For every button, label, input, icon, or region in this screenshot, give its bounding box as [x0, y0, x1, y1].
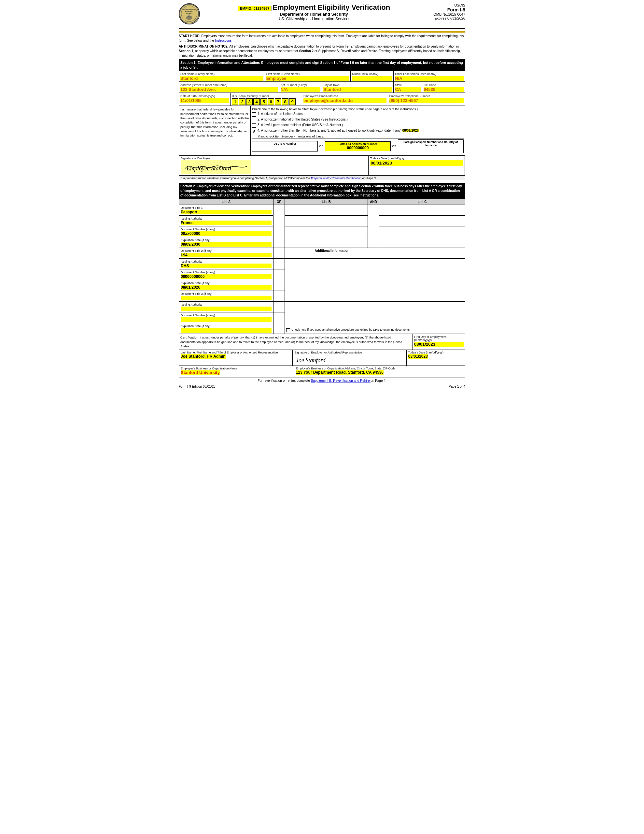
list-c-exp-cell: [379, 237, 465, 248]
uscis-label: USCIS: [423, 3, 465, 7]
city-cell: City or Town Stanford: [322, 82, 394, 93]
form-number: Form I-9: [423, 7, 465, 12]
last-name-cell: Last Name (Family Name) Stanford: [179, 71, 265, 82]
list-headers-table: List A OR List B AND List C Document Tit…: [179, 199, 465, 334]
header-right: USCIS Form I-9 OMB No.1615-0047 Expires …: [423, 3, 465, 20]
checkbox-1[interactable]: [252, 112, 256, 116]
list-c-doc2: [379, 248, 465, 259]
dob-cell: Date of Birth (mm/dd/yyyy) 11/01/1985: [179, 93, 231, 106]
employer-sig-row: Last Name, First Name and Title of Emplo…: [179, 349, 465, 365]
ssn-digit-6: 6: [268, 99, 274, 105]
doc1-exp-label: Expiration Date (if any): [181, 238, 211, 242]
checkbox-4-label: 4. A noncitizen (other than Item Numbers…: [258, 129, 419, 132]
and-spacer: [368, 205, 379, 248]
doc2-title-value: I-94: [181, 253, 271, 257]
doc1-number-cell: Document Number (if any) 00xx00000: [179, 226, 273, 237]
dob-row-table: Date of Birth (mm/dd/yyyy) 11/01/1985 U.…: [179, 93, 465, 106]
instructions-link[interactable]: Instructions.: [215, 39, 232, 42]
checkbox-2[interactable]: [252, 118, 256, 122]
doc1-issuing-value: France: [181, 221, 271, 225]
sig-date-value: 08/01/2023: [370, 160, 463, 166]
doc1-number-label: Document Number (if any): [181, 228, 215, 231]
doc2-issuing-label: Issuing Authority: [181, 260, 202, 263]
doc3-title-cell: Document Title 3 (if any): [179, 291, 273, 302]
ssn-digit-4: 4: [253, 99, 260, 105]
doc3-issuing-label: Issuing Authority: [181, 303, 202, 306]
agency-name: U.S. Citizenship and Immigration Service…: [205, 17, 423, 21]
checkbox-4[interactable]: [252, 129, 256, 133]
checkbox-row-3: 3. A lawful permanent resident (Enter US…: [252, 123, 464, 128]
certification-section: Certification: I attest, under penalty o…: [179, 334, 465, 376]
doc2-issuing-row: Issuing Authority DHS: [179, 259, 465, 270]
apt-cell: Apt. Number (if any) N/A: [279, 82, 322, 93]
form94-label: Form I-94 Admission Number: [326, 142, 389, 145]
uscis-number-cell: USCIS A-Number: [252, 141, 318, 152]
middle-initial-label: Middle Initial (if any): [352, 72, 378, 76]
first-name-label: First Name (Given Name): [266, 72, 300, 76]
or-s8: [273, 312, 285, 323]
reverif-link[interactable]: Supplement B, Reverification and Rehire: [311, 379, 371, 383]
checkbox-3[interactable]: [252, 123, 256, 128]
or-s5: [273, 280, 285, 291]
doc1-exp-value: 09/09/2030: [181, 242, 271, 247]
doc3-title-value: [181, 296, 271, 301]
dept-name: Department of Homeland Security: [205, 12, 423, 17]
apt-label: Apt. Number (if any): [281, 83, 307, 87]
doc3-exp-value: [181, 328, 271, 333]
alt-procedure-checkbox[interactable]: [286, 328, 290, 332]
section1-header: Section 1. Employee Information and Atte…: [179, 59, 465, 71]
employer-date-cell: Today's Date (mm/dd/yyyy) 08/01/2023: [407, 350, 465, 365]
passport-value: [399, 147, 462, 152]
middle-initial-value: [352, 76, 392, 81]
doc1-title-row: Document Title 1 Passport: [179, 205, 465, 216]
zip-value: 94536: [424, 87, 464, 92]
doc3-issuing-value: [181, 307, 271, 311]
zip-cell: ZIP Code 94536: [422, 82, 465, 93]
footer-reverif-bar: For reverification or rehire, complete S…: [179, 378, 465, 383]
doc2-exp-value: 08/01/2026: [181, 285, 271, 289]
city-label: City or Town: [323, 83, 339, 87]
checkbox-row-2: 2. A noncitizen national of the United S…: [252, 118, 464, 122]
doc3-title-label: Document Title 3 (if any): [181, 292, 213, 296]
page-footer: Form I-9 Edition 08/01/23 Page 1 of 4: [179, 385, 465, 388]
preparer-link[interactable]: Preparer and/or Translator Certification: [311, 176, 362, 180]
admission-number-row: USCIS A-Number OR Form I-94 Admission Nu…: [252, 138, 464, 154]
org-row: Employer's Business or Organization Name…: [179, 365, 465, 376]
alt-procedure-row: Check here if you used an alternative pr…: [286, 328, 464, 332]
cert-top: Certification: I attest, under penalty o…: [179, 334, 465, 349]
doc3-number-value: [181, 317, 271, 322]
form94-cell: Form I-94 Admission Number 0000000000: [325, 141, 391, 151]
dob-label: Date of Birth (mm/dd/yyyy): [180, 94, 215, 98]
state-label: State: [395, 83, 402, 87]
doc3-number-cell: Document Number (if any): [179, 312, 273, 323]
state-cell: State CA: [394, 82, 422, 93]
attestation-right: Check one of the following boxes to atte…: [251, 106, 465, 155]
svg-text:HOMELAND: HOMELAND: [185, 11, 193, 12]
uscis-logo: DEPARTMENT OF HOMELAND SECURITY: [179, 3, 202, 26]
email-cell: Employee's Email Address employee@stanfo…: [302, 93, 388, 106]
list-c-doc1-title-cell: [379, 205, 465, 216]
or-s7: [273, 302, 285, 312]
employee-sig-cell: Signature of Employee Employee Stanford: [179, 156, 368, 175]
doc1-title-cell: Document Title 1 Passport: [179, 205, 273, 216]
employer-name-value: Joe Stanford, HR Admin: [181, 354, 226, 359]
doc3-exp-label: Expiration Date (if any): [181, 325, 211, 328]
alt-procedure-label: Check here if you used an alternative pr…: [291, 328, 410, 331]
doc2-number-cell: Document Number (if any) 00000000000: [179, 270, 273, 280]
other-names-label: Other Last Names Used (if any): [395, 72, 436, 76]
doc1-issuing-cell: Issuing Authority France: [179, 216, 273, 226]
or-s3: [273, 259, 285, 270]
checkbox-1-label: 1. A citizen of the United States: [258, 112, 302, 116]
doc1-issuing-row: Issuing Authority France: [179, 216, 465, 226]
signature-row: Signature of Employee Employee Stanford …: [179, 156, 465, 176]
doc3-number-label: Document Number (if any): [181, 314, 215, 317]
svg-text:Employee Stanford: Employee Stanford: [186, 165, 231, 172]
expires: Expires 07/31/2026: [423, 16, 465, 20]
page-header: DEPARTMENT OF HOMELAND SECURITY EMPID: 0…: [179, 3, 465, 29]
reverif-text: For reverification or rehire, complete: [258, 379, 310, 383]
sig-date-label: Today's Date (mm/dd/yyyy): [370, 157, 463, 160]
ssn-label: U.S. Social Security Number: [232, 94, 269, 98]
start-here-notice: START HERE: Employers must ensure the fo…: [179, 34, 465, 43]
list-a-header: List A: [179, 199, 273, 205]
list-b-issuing-cell: [285, 216, 368, 226]
